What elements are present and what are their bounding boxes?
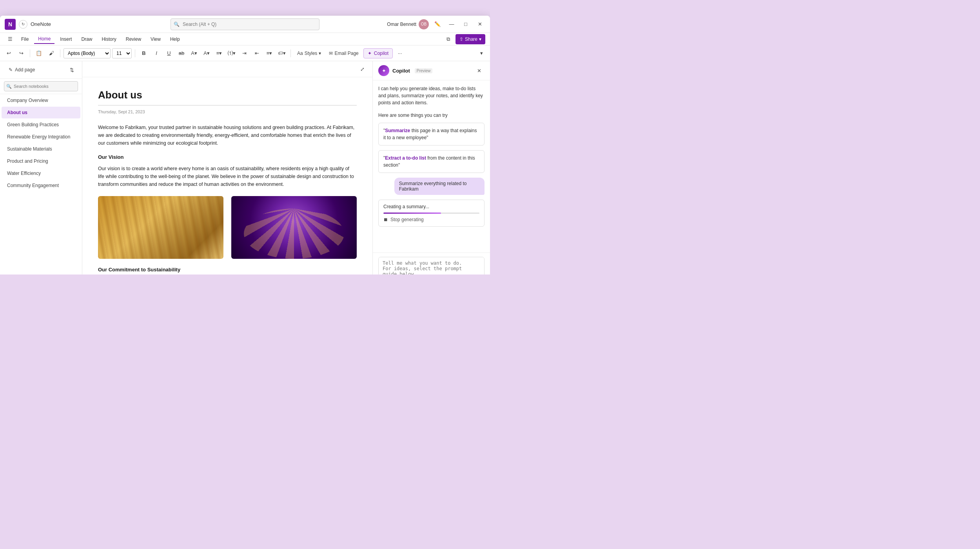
maximize-button[interactable]: □ — [460, 19, 471, 30]
sort-icon[interactable]: ⇅ — [66, 64, 77, 75]
generating-text: Creating a summary... — [383, 204, 479, 209]
add-page-button[interactable]: ✎ Add page — [5, 65, 39, 75]
sidebar-item-renewable-energy[interactable]: Renewable Energy Integration — [2, 131, 80, 143]
title-bar-left: N ↻ OneNote — [5, 19, 171, 30]
wood-image — [98, 196, 223, 259]
progress-fill — [383, 213, 441, 214]
sidebar-search-area: 🔍 — [0, 79, 82, 94]
copilot-label: Copilot — [374, 51, 388, 56]
sidebar-search-input[interactable] — [4, 81, 78, 91]
hamburger-icon[interactable]: ☰ — [5, 34, 16, 45]
copilot-toolbar-button[interactable]: ✦ Copilot — [363, 48, 393, 58]
app-window: N ↻ OneNote 🔍 Omar Bennett OB ✏️ — □ ✕ ☰… — [0, 16, 490, 274]
add-page-icon: ✎ — [9, 67, 13, 73]
styles-button[interactable]: Aa Styles ▾ — [294, 48, 324, 58]
menu-help[interactable]: Help — [166, 35, 184, 44]
numbering-button[interactable]: ⑴▾ — [226, 48, 237, 59]
copilot-input[interactable] — [378, 257, 485, 274]
italic-button[interactable]: I — [151, 48, 162, 59]
toolbar-separator3 — [135, 49, 135, 57]
bold-button[interactable]: B — [138, 48, 149, 59]
sidebar-item-sustainable-materials[interactable]: Sustainable Materials — [2, 143, 80, 155]
menu-home[interactable]: Home — [34, 35, 54, 44]
app-name: OneNote — [31, 21, 51, 27]
user-avatar: OB — [419, 19, 429, 29]
share-chevron: ▾ — [479, 36, 481, 42]
dome-image-visual — [231, 196, 357, 259]
intro-paragraph: Welcome to Fabrikam, your trusted partne… — [98, 124, 357, 147]
font-size-selector[interactable]: 11 — [112, 48, 132, 58]
sidebar-item-product-pricing[interactable]: Product and Pricing — [2, 155, 80, 167]
stop-label: Stop generating — [390, 217, 424, 222]
copilot-try-text: Here are some things you can try — [378, 113, 485, 118]
toolbar-separator4 — [290, 49, 291, 57]
copilot-suggestion-2[interactable]: "Extract a to-do list from the content i… — [378, 150, 485, 173]
highlight-button[interactable]: A▾ — [189, 48, 200, 59]
email-icon: ✉ — [329, 51, 333, 56]
email-label: Email Page — [334, 51, 358, 56]
copilot-icon: ✦ — [378, 65, 389, 76]
tag-button[interactable]: 🏷▾ — [276, 48, 287, 59]
sidebar-item-green-building[interactable]: Green Building Practices — [2, 119, 80, 131]
back-button[interactable]: ↻ — [19, 20, 27, 29]
page-date: Thursday, Sept 21, 2023 — [98, 109, 357, 114]
sidebar-item-about-us[interactable]: About us — [2, 107, 80, 118]
page-divider — [98, 105, 357, 105]
menu-file[interactable]: File — [17, 35, 33, 44]
indent-button[interactable]: ⇥ — [239, 48, 250, 59]
global-search-input[interactable] — [171, 18, 319, 30]
bullets-button[interactable]: ≡▾ — [214, 48, 225, 59]
underline-button[interactable]: U — [163, 48, 174, 59]
sidebar-item-water-efficiency[interactable]: Water Efficiency — [2, 167, 80, 179]
close-button[interactable]: ✕ — [474, 19, 485, 30]
font-selector[interactable]: Aptos (Body) — [64, 48, 111, 58]
styles-icon: Aa — [297, 51, 303, 56]
menu-draw[interactable]: Draw — [77, 35, 96, 44]
sidebar-search-icon: 🔍 — [6, 84, 12, 89]
section-commitment-heading: Our Commitment to Sustainability — [98, 267, 357, 273]
outdent-button[interactable]: ⇤ — [251, 48, 262, 59]
pen-icon-btn[interactable]: ✏️ — [432, 19, 443, 30]
menu-review[interactable]: Review — [122, 35, 145, 44]
nav-items: Company Overview About us Green Building… — [0, 94, 82, 274]
align-button[interactable]: ≡▾ — [264, 48, 275, 59]
collapse-button[interactable]: ▾ — [476, 48, 487, 59]
minimize-button[interactable]: — — [446, 19, 457, 30]
section-vision-heading: Our Vision — [98, 154, 357, 160]
share-icon: ⇧ — [459, 36, 463, 42]
title-bar-right: Omar Bennett OB ✏️ — □ ✕ — [319, 19, 485, 30]
user-info: Omar Bennett OB — [387, 19, 429, 29]
more-button[interactable]: ··· — [394, 48, 405, 59]
copilot-header: ✦ Copilot Preview ✕ — [373, 61, 490, 80]
user-name: Omar Bennett — [387, 22, 416, 27]
add-page-label: Add page — [15, 67, 35, 73]
expand-icon[interactable]: ⤢ — [357, 64, 368, 75]
share-button[interactable]: ⇧ Share ▾ — [456, 34, 485, 44]
email-page-button[interactable]: ✉ Email Page — [326, 48, 361, 58]
undo-button[interactable]: ↩ — [3, 48, 14, 59]
copilot-intro: I can help you generate ideas, make to-d… — [378, 85, 485, 106]
progress-bar — [383, 213, 479, 214]
stop-icon: ⏹ — [383, 217, 388, 222]
format-painter-button[interactable]: 🖌 — [46, 48, 57, 59]
images-row — [98, 196, 357, 259]
vision-paragraph: Our vision is to create a world where ev… — [98, 165, 357, 188]
font-color-button[interactable]: A▾ — [201, 48, 212, 59]
sidebar-item-community-engagement[interactable]: Community Engagement — [2, 180, 80, 191]
sidebar-item-company-overview[interactable]: Company Overview — [2, 95, 80, 106]
copilot-user-message: Summarize everything related to Fabrikam — [394, 178, 485, 195]
menu-history[interactable]: History — [98, 35, 120, 44]
menu-insert[interactable]: Insert — [56, 35, 76, 44]
stop-generating-button[interactable]: ⏹ Stop generating — [383, 217, 479, 222]
menu-view[interactable]: View — [147, 35, 165, 44]
copilot-input-wrap — [378, 257, 485, 274]
layout-icon[interactable]: ⧉ — [443, 34, 454, 45]
copilot-suggestion-1[interactable]: "Summarize this page in a way that expla… — [378, 123, 485, 145]
sidebar-toolbar: ✎ Add page ⇅ — [0, 61, 82, 79]
redo-button[interactable]: ↪ — [16, 48, 27, 59]
copilot-close-button[interactable]: ✕ — [474, 65, 485, 76]
copilot-title: Copilot — [392, 68, 410, 74]
toolbar-separator2 — [60, 49, 60, 57]
paste-button[interactable]: 📋 — [33, 48, 44, 59]
strikethrough-button[interactable]: ab — [176, 48, 187, 59]
